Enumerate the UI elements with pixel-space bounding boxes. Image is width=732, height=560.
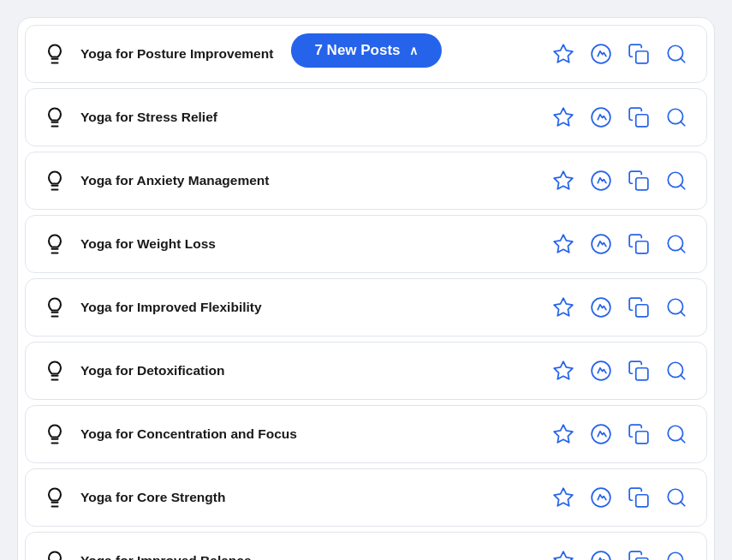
svg-marker-43 <box>554 488 573 506</box>
svg-rect-9 <box>636 115 648 127</box>
copy-button[interactable] <box>622 228 655 260</box>
search-button[interactable] <box>660 481 693 514</box>
item-title: Yoga for Concentration and Focus <box>80 426 297 442</box>
svg-rect-45 <box>636 495 648 507</box>
svg-line-5 <box>681 58 685 63</box>
item-left-4: Yoga for Improved Flexibility <box>39 292 547 323</box>
item-actions <box>547 545 693 560</box>
search-button[interactable] <box>660 101 693 134</box>
bulb-icon <box>39 39 70 69</box>
svg-marker-49 <box>554 551 573 560</box>
mountain-button[interactable] <box>585 228 617 260</box>
star-button[interactable] <box>547 545 580 560</box>
svg-marker-13 <box>554 171 573 189</box>
copy-button[interactable] <box>622 481 655 514</box>
svg-rect-21 <box>636 241 648 253</box>
new-posts-badge[interactable]: 7 New Posts ∧ <box>290 33 441 68</box>
main-container: 7 New Posts ∧ Yoga for Posture Improveme… <box>17 17 715 560</box>
svg-line-11 <box>681 122 685 126</box>
search-button[interactable] <box>660 38 693 70</box>
svg-line-23 <box>681 248 685 253</box>
search-button[interactable] <box>660 545 693 560</box>
svg-point-52 <box>668 552 682 560</box>
mountain-button[interactable] <box>585 354 617 387</box>
svg-marker-19 <box>554 235 573 253</box>
svg-point-2 <box>592 45 610 63</box>
mountain-button[interactable] <box>585 545 617 560</box>
svg-line-47 <box>681 502 685 506</box>
mountain-button[interactable] <box>585 101 617 134</box>
list-item: Yoga for Detoxification <box>25 342 707 400</box>
bulb-icon <box>39 292 70 323</box>
bulb-icon <box>39 165 70 196</box>
chevron-up-icon: ∧ <box>409 44 418 57</box>
item-left-2: Yoga for Anxiety Management <box>39 165 547 196</box>
item-actions <box>547 164 693 197</box>
star-button[interactable] <box>547 418 580 450</box>
bulb-icon <box>39 545 70 560</box>
svg-rect-3 <box>636 51 648 63</box>
item-left-1: Yoga for Stress Relief <box>39 102 547 133</box>
item-actions <box>547 101 693 134</box>
item-actions <box>547 38 693 70</box>
svg-point-20 <box>592 235 610 253</box>
mountain-button[interactable] <box>585 418 617 450</box>
svg-marker-25 <box>554 298 573 316</box>
search-button[interactable] <box>660 291 693 324</box>
svg-line-29 <box>681 312 685 316</box>
svg-marker-1 <box>554 45 573 63</box>
copy-button[interactable] <box>622 291 655 324</box>
star-button[interactable] <box>547 481 580 514</box>
search-button[interactable] <box>660 228 693 260</box>
item-left-6: Yoga for Concentration and Focus <box>39 419 547 450</box>
item-title: Yoga for Posture Improvement <box>80 46 273 62</box>
copy-button[interactable] <box>622 418 655 450</box>
item-left-7: Yoga for Core Strength <box>39 482 547 513</box>
list-item: Yoga for Concentration and Focus <box>25 405 707 463</box>
svg-point-8 <box>592 108 610 127</box>
bulb-icon <box>39 482 70 513</box>
item-title: Yoga for Detoxification <box>80 363 225 378</box>
list-item: Yoga for Core Strength <box>25 468 707 527</box>
item-title: Yoga for Anxiety Management <box>80 173 269 188</box>
mountain-button[interactable] <box>585 38 617 70</box>
items-list: Yoga for Posture Improvement <box>25 25 707 560</box>
item-left-8: Yoga for Improved Balance <box>39 545 547 560</box>
svg-marker-37 <box>554 425 573 443</box>
svg-point-14 <box>592 171 610 190</box>
svg-point-44 <box>592 488 610 507</box>
search-button[interactable] <box>660 418 693 450</box>
copy-button[interactable] <box>622 545 655 560</box>
star-button[interactable] <box>547 228 580 260</box>
star-button[interactable] <box>547 291 580 324</box>
mountain-button[interactable] <box>585 164 617 197</box>
svg-point-32 <box>592 361 610 380</box>
bulb-icon <box>39 102 70 133</box>
star-button[interactable] <box>547 38 580 70</box>
list-item: Yoga for Anxiety Management <box>25 152 707 210</box>
item-title: Yoga for Stress Relief <box>80 110 217 125</box>
list-item: Yoga for Improved Balance <box>25 532 707 560</box>
copy-button[interactable] <box>622 101 655 134</box>
svg-point-26 <box>592 298 610 317</box>
item-title: Yoga for Weight Loss <box>80 236 216 252</box>
item-actions <box>547 228 693 260</box>
svg-rect-39 <box>636 432 648 444</box>
star-button[interactable] <box>547 164 580 197</box>
search-button[interactable] <box>660 354 693 387</box>
copy-button[interactable] <box>622 164 655 197</box>
copy-button[interactable] <box>622 38 655 70</box>
item-actions <box>547 418 693 450</box>
item-left-3: Yoga for Weight Loss <box>39 229 547 259</box>
star-button[interactable] <box>547 101 580 134</box>
svg-rect-27 <box>636 305 648 317</box>
item-actions <box>547 481 693 514</box>
bulb-icon <box>39 355 70 386</box>
mountain-button[interactable] <box>585 481 617 514</box>
star-button[interactable] <box>547 354 580 387</box>
item-title: Yoga for Core Strength <box>80 490 225 505</box>
search-button[interactable] <box>660 164 693 197</box>
mountain-button[interactable] <box>585 291 617 324</box>
copy-button[interactable] <box>622 354 655 387</box>
svg-line-35 <box>681 375 685 379</box>
